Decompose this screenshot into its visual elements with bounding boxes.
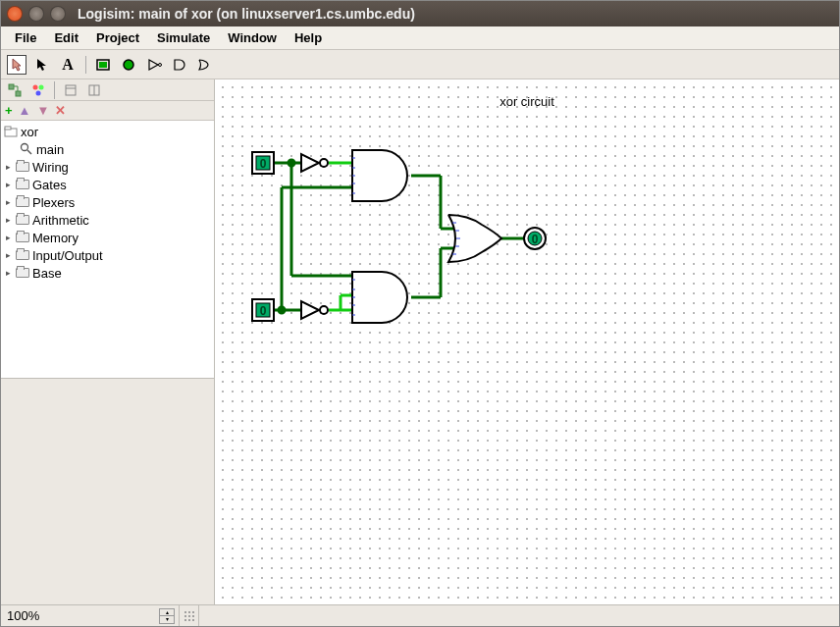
maximize-icon[interactable] [50, 6, 66, 22]
svg-rect-9 [66, 85, 76, 95]
delete-icon[interactable]: ✕ [55, 103, 66, 118]
and-gate-top[interactable] [352, 150, 407, 201]
svg-point-64 [192, 611, 194, 613]
folder-icon [16, 250, 29, 260]
menu-file[interactable]: File [7, 28, 44, 47]
expand-icon[interactable]: ▸ [3, 180, 13, 189]
minimize-icon[interactable] [28, 6, 44, 22]
close-icon[interactable] [7, 6, 23, 22]
svg-point-65 [184, 615, 186, 617]
tree-label: Wiring [32, 160, 69, 175]
svg-rect-14 [5, 127, 11, 130]
tool2-icon[interactable] [84, 80, 104, 100]
svg-point-2 [124, 60, 133, 70]
select-tool-icon[interactable] [32, 55, 52, 75]
folder-icon [16, 180, 29, 189]
svg-rect-4 [9, 84, 14, 89]
or-gate-icon[interactable] [196, 55, 216, 75]
down-icon[interactable]: ▼ [36, 103, 49, 118]
expand-icon[interactable]: ▸ [3, 250, 13, 260]
menu-window[interactable]: Window [220, 28, 285, 47]
output-pin-icon[interactable] [120, 55, 139, 75]
svg-point-7 [39, 84, 44, 89]
expand-icon[interactable]: ▸ [3, 197, 13, 207]
add-icon[interactable]: + [5, 103, 13, 118]
tree-folder-base[interactable]: ▸Base [1, 264, 214, 282]
input-pin-b[interactable]: 0 [252, 299, 274, 321]
app-window: Logisim: main of xor (on linuxserver1.cs… [0, 0, 840, 627]
svg-line-16 [27, 150, 31, 154]
tree-label: Base [32, 266, 62, 281]
input-pin-icon[interactable] [94, 55, 114, 75]
tree-label: main [36, 142, 64, 157]
menu-project[interactable]: Project [88, 28, 147, 47]
svg-point-63 [188, 611, 190, 613]
magnifier-icon [19, 142, 34, 156]
sidebar: + ▲ ▼ ✕ xor main ▸Wiring ▸Gates ▸Plexers… [1, 79, 215, 604]
tree-folder-io[interactable]: ▸Input/Output [1, 246, 214, 264]
simulation-tree-icon[interactable] [28, 80, 48, 100]
svg-point-66 [188, 615, 190, 617]
sidebar-actions: + ▲ ▼ ✕ [1, 101, 214, 121]
sidebar-toolbar [1, 79, 214, 101]
menu-simulate[interactable]: Simulate [149, 28, 218, 47]
folder-icon [16, 268, 29, 278]
tool1-icon[interactable] [61, 80, 80, 100]
svg-point-15 [22, 144, 28, 151]
folder-icon [16, 215, 29, 225]
or-gate[interactable] [448, 215, 501, 262]
menu-edit[interactable]: Edit [46, 28, 86, 47]
tree-folder-gates[interactable]: ▸Gates [1, 176, 214, 193]
expand-icon[interactable]: ▸ [3, 233, 13, 242]
grid-toggle-icon[interactable] [180, 605, 199, 626]
tree-label: Input/Output [32, 248, 103, 263]
not-gate-a[interactable] [301, 154, 328, 172]
not-gate-icon[interactable] [145, 55, 165, 75]
status-bar: 100% ▴▾ [1, 604, 839, 626]
output-pin[interactable]: 0 [524, 228, 546, 249]
folder-icon [16, 162, 29, 172]
expand-icon[interactable]: ▸ [3, 215, 13, 225]
svg-point-67 [192, 615, 194, 617]
svg-text:0: 0 [260, 157, 267, 171]
expand-icon[interactable]: ▸ [3, 162, 13, 172]
not-gate-b[interactable] [301, 301, 328, 319]
circuit-drawing[interactable]: 0 0 0 [215, 79, 839, 604]
tree-main[interactable]: main [1, 140, 214, 158]
svg-point-37 [320, 306, 328, 314]
tree-label: Arithmetic [32, 213, 89, 228]
toolbar: A [1, 50, 839, 79]
and-gate-icon[interactable] [171, 55, 190, 75]
zoom-value: 100% [7, 608, 39, 623]
folder-icon [16, 197, 29, 207]
menu-help[interactable]: Help [287, 28, 330, 47]
canvas[interactable]: xor circuit [215, 79, 839, 604]
input-pin-a[interactable]: 0 [252, 152, 274, 174]
window-title: Logisim: main of xor (on linuxserver1.cs… [78, 6, 415, 22]
svg-point-6 [33, 84, 38, 89]
tree-folder-arithmetic[interactable]: ▸Arithmetic [1, 211, 214, 229]
tree-folder-wiring[interactable]: ▸Wiring [1, 158, 214, 176]
properties-panel[interactable] [1, 379, 214, 604]
hierarchy-icon[interactable] [5, 80, 25, 100]
zoom-spinner[interactable]: ▴▾ [159, 608, 175, 624]
tree-label: Memory [32, 231, 79, 245]
tree-label: xor [21, 125, 38, 139]
titlebar[interactable]: Logisim: main of xor (on linuxserver1.cs… [1, 1, 839, 26]
svg-text:0: 0 [260, 304, 267, 318]
svg-point-3 [159, 63, 162, 66]
svg-point-21 [289, 160, 294, 166]
expand-icon[interactable]: ▸ [3, 268, 13, 278]
tree-project[interactable]: xor [1, 123, 214, 140]
tree-folder-memory[interactable]: ▸Memory [1, 229, 214, 246]
up-icon[interactable]: ▲ [19, 103, 31, 118]
tree-label: Gates [32, 178, 67, 192]
svg-point-62 [184, 611, 186, 613]
svg-point-69 [188, 619, 190, 621]
zoom-control[interactable]: 100% ▴▾ [1, 605, 180, 626]
project-tree[interactable]: xor main ▸Wiring ▸Gates ▸Plexers ▸Arithm… [1, 121, 214, 379]
tree-folder-plexers[interactable]: ▸Plexers [1, 193, 214, 211]
and-gate-bottom[interactable] [352, 272, 407, 323]
poke-tool-icon[interactable] [7, 55, 26, 75]
text-tool-icon[interactable]: A [58, 55, 78, 75]
